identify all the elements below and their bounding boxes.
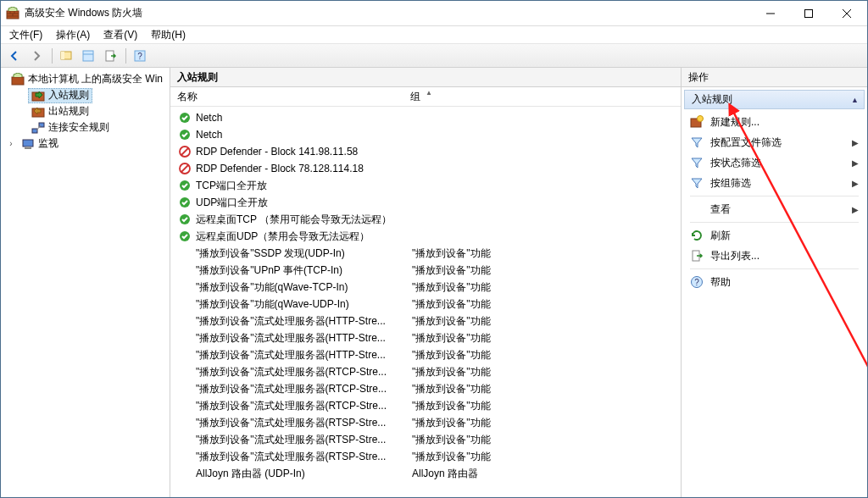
filter-icon: [690, 156, 704, 169]
menu-file[interactable]: 文件(F): [3, 26, 49, 44]
rule-name: RDP Defender - Block 141.98.11.58: [196, 146, 412, 158]
collapse-icon[interactable]: ▲: [851, 96, 859, 104]
rule-row[interactable]: TCP端口全开放: [179, 177, 681, 194]
rule-row[interactable]: "播放到设备"流式处理服务器(HTTP-Stre..."播放到设备"功能: [179, 329, 681, 346]
toolbar: ?: [1, 44, 867, 68]
close-button[interactable]: [827, 1, 865, 25]
rule-row[interactable]: "播放到设备"SSDP 发现(UDP-In)"播放到设备"功能: [179, 245, 681, 262]
actions-header: 操作: [682, 68, 867, 87]
rule-name: 远程桌面TCP （禁用可能会导致无法远程）: [196, 213, 412, 227]
tree-pane[interactable]: 本地计算机 上的高级安全 Win 入站规则 出站规则: [1, 68, 170, 497]
rule-group: "播放到设备"功能: [412, 246, 681, 261]
rule-name: "播放到设备"UPnP 事件(TCP-In): [196, 263, 412, 278]
menu-view[interactable]: 查看(V): [97, 26, 144, 44]
refresh-icon: [690, 229, 704, 242]
export-list-button[interactable]: [100, 46, 120, 66]
minimize-button[interactable]: [751, 1, 789, 25]
rule-name: "播放到设备"流式处理服务器(RTSP-Stre...: [196, 450, 412, 464]
rule-row[interactable]: RDP Defender - Block 78.128.114.18: [179, 160, 681, 177]
rule-row[interactable]: "播放到设备"流式处理服务器(RTCP-Stre..."播放到设备"功能: [179, 363, 681, 380]
rule-group: "播放到设备"功能: [412, 297, 681, 312]
action-export[interactable]: 导出列表...: [685, 246, 864, 266]
tree-monitor[interactable]: › 监视: [1, 136, 170, 152]
svg-text:?: ?: [137, 52, 142, 61]
new-rule-icon: [690, 115, 704, 129]
tree-label: 监视: [38, 136, 58, 151]
rule-row[interactable]: "播放到设备"功能(qWave-TCP-In)"播放到设备"功能: [179, 279, 681, 296]
rule-row[interactable]: RDP Defender - Block 141.98.11.58: [179, 143, 681, 160]
rule-status-icon: [179, 112, 191, 124]
tree-conn-security[interactable]: 连接安全规则: [1, 119, 170, 136]
rule-status-icon: [179, 366, 191, 378]
menu-help[interactable]: 帮助(H): [144, 26, 192, 44]
rule-row[interactable]: "播放到设备"流式处理服务器(RTSP-Stre..."播放到设备"功能: [179, 431, 681, 448]
rule-group: "播放到设备"功能: [412, 280, 681, 295]
action-label: 新建规则...: [710, 115, 760, 130]
column-name[interactable]: 名称: [177, 90, 410, 104]
rule-row[interactable]: "播放到设备"流式处理服务器(RTSP-Stre..."播放到设备"功能: [179, 414, 681, 431]
svg-point-37: [698, 116, 704, 122]
rule-status-icon: [179, 180, 191, 191]
help-button[interactable]: ?: [130, 46, 150, 66]
rule-row[interactable]: "播放到设备"流式处理服务器(HTTP-Stre..."播放到设备"功能: [179, 346, 681, 363]
rule-group: "播放到设备"功能: [412, 331, 681, 346]
rule-status-icon: [179, 417, 191, 429]
rule-name: "播放到设备"流式处理服务器(HTTP-Stre...: [196, 331, 412, 346]
rule-row[interactable]: Netch: [179, 126, 681, 143]
rule-row[interactable]: "播放到设备"功能(qWave-UDP-In)"播放到设备"功能: [179, 296, 681, 313]
rule-status-icon: [179, 230, 191, 242]
action-filter-group[interactable]: 按组筛选 ▶: [685, 173, 864, 193]
rule-row[interactable]: 远程桌面UDP（禁用会导致无法远程）: [179, 228, 681, 245]
pane-title: 入站规则: [177, 70, 218, 85]
help-icon: ?: [690, 275, 704, 289]
tree-root[interactable]: 本地计算机 上的高级安全 Win: [1, 71, 170, 87]
forward-button[interactable]: [26, 46, 47, 66]
rule-name: "播放到设备"功能(qWave-TCP-In): [196, 280, 412, 295]
column-header[interactable]: 名称 组 ▲: [170, 87, 681, 107]
column-group[interactable]: 组: [410, 90, 681, 104]
rule-status-icon: [179, 349, 191, 361]
action-view[interactable]: 查看 ▶: [685, 199, 864, 219]
actions-section[interactable]: 入站规则 ▲: [684, 90, 865, 109]
rule-name: "播放到设备"流式处理服务器(RTSP-Stre...: [196, 416, 412, 430]
action-help[interactable]: ? 帮助: [685, 272, 864, 292]
properties-button[interactable]: [78, 46, 98, 66]
menubar: 文件(F) 操作(A) 查看(V) 帮助(H): [1, 26, 867, 44]
titlebar: 高级安全 Windows 防火墙: [1, 1, 867, 26]
maximize-button[interactable]: [789, 1, 827, 25]
back-button[interactable]: [4, 46, 25, 66]
action-filter-profile[interactable]: 按配置文件筛选 ▶: [685, 132, 864, 152]
rule-row[interactable]: "播放到设备"流式处理服务器(RTCP-Stre..."播放到设备"功能: [179, 397, 681, 414]
rule-row[interactable]: "播放到设备"流式处理服务器(RTSP-Stre..."播放到设备"功能: [179, 448, 681, 465]
rule-status-icon: [179, 146, 191, 158]
rule-row[interactable]: AllJoyn 路由器 (UDP-In)AllJoyn 路由器: [179, 465, 681, 482]
action-new-rule[interactable]: 新建规则...: [685, 112, 864, 132]
action-label: 按组筛选: [710, 176, 751, 191]
svg-rect-11: [61, 52, 64, 59]
rule-group: "播放到设备"功能: [412, 399, 681, 413]
rule-row[interactable]: Netch: [179, 109, 681, 126]
action-refresh[interactable]: 刷新: [685, 225, 864, 246]
outbound-icon: [31, 105, 45, 119]
rule-name: "播放到设备"流式处理服务器(RTSP-Stre...: [196, 433, 412, 447]
tree-label: 连接安全规则: [48, 120, 109, 135]
tree-inbound-rules[interactable]: 入站规则: [1, 87, 170, 103]
rule-row[interactable]: "播放到设备"流式处理服务器(RTCP-Stre..."播放到设备"功能: [179, 380, 681, 397]
svg-rect-17: [12, 77, 24, 85]
rule-group: "播放到设备"功能: [412, 365, 681, 379]
rule-status-icon: [179, 213, 191, 225]
menu-action[interactable]: 操作(A): [49, 26, 97, 44]
rule-row[interactable]: "播放到设备"UPnP 事件(TCP-In)"播放到设备"功能: [179, 262, 681, 279]
expand-toggle[interactable]: ›: [6, 139, 16, 148]
rules-list-pane: 入站规则 名称 组 ▲ NetchNetchRDP Defender - Blo…: [170, 68, 681, 497]
rule-name: Netch: [196, 112, 412, 124]
rule-status-icon: [179, 383, 191, 395]
tree-outbound-rules[interactable]: 出站规则: [1, 103, 170, 119]
rules-list[interactable]: NetchNetchRDP Defender - Block 141.98.11…: [170, 107, 681, 497]
action-filter-state[interactable]: 按状态筛选 ▶: [685, 152, 864, 173]
rule-row[interactable]: "播放到设备"流式处理服务器(HTTP-Stre..."播放到设备"功能: [179, 313, 681, 329]
rule-row[interactable]: 远程桌面TCP （禁用可能会导致无法远程）: [179, 211, 681, 228]
show-tree-button[interactable]: [56, 46, 76, 66]
monitor-icon: [21, 137, 35, 151]
rule-row[interactable]: UDP端口全开放: [179, 194, 681, 211]
